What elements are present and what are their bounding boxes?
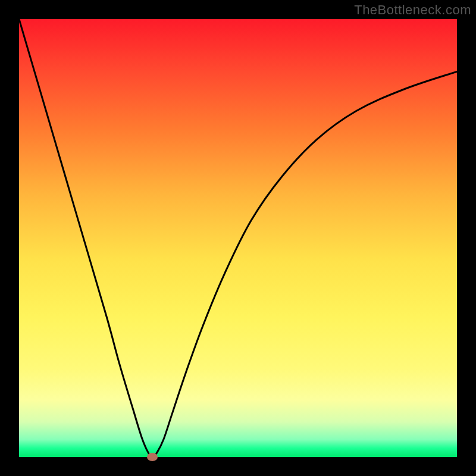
minimum-marker <box>147 453 158 461</box>
chart-frame: TheBottleneck.com <box>0 0 476 476</box>
bottleneck-curve <box>19 19 457 457</box>
curve-svg <box>19 19 457 457</box>
watermark-text: TheBottleneck.com <box>354 2 471 18</box>
